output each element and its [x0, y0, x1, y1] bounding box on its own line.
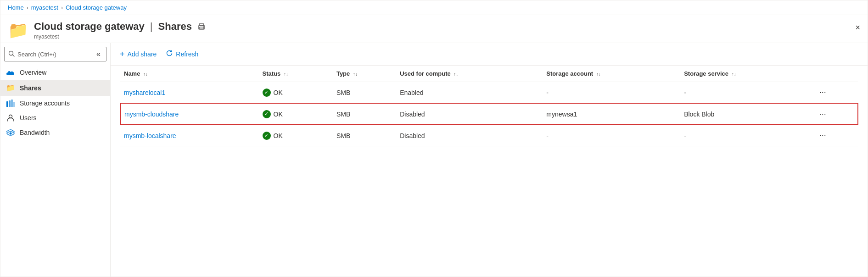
search-box[interactable]: Search (Ctrl+/) « [4, 47, 106, 61]
header-title-text: Cloud storage gateway [34, 21, 145, 33]
cell-storage-account: mynewsa1 [543, 103, 680, 125]
cell-more[interactable]: ··· [813, 125, 858, 146]
col-storage-service[interactable]: Storage service ↑↓ [680, 66, 813, 82]
cell-type: SMB [333, 125, 396, 146]
header-title-block: Cloud storage gateway | Shares myasetest [34, 21, 206, 40]
cell-type: SMB [333, 82, 396, 104]
sidebar-label-bandwidth: Bandwidth [20, 129, 50, 136]
sort-icon-name: ↑↓ [143, 72, 148, 77]
storage-icon [6, 100, 15, 107]
shares-table: Name ↑↓ Status ↑↓ Type ↑↓ [120, 66, 858, 146]
refresh-label: Refresh [176, 50, 198, 58]
svg-point-3 [203, 26, 204, 27]
col-type[interactable]: Type ↑↓ [333, 66, 396, 82]
add-share-button[interactable]: + Add share [120, 48, 157, 60]
cell-status: ✓ OK [259, 103, 333, 125]
close-button[interactable]: × [855, 23, 860, 32]
more-button[interactable]: ··· [817, 108, 829, 120]
sort-icon-type: ↑↓ [353, 72, 358, 77]
cell-storage-account: - [543, 82, 680, 104]
sidebar-item-storage-accounts[interactable]: Storage accounts [0, 96, 110, 111]
svg-rect-7 [9, 100, 11, 107]
folder-nav-icon: 📁 [6, 83, 15, 92]
sort-icon-storage-account: ↑↓ [596, 72, 601, 77]
col-status[interactable]: Status ↑↓ [259, 66, 333, 82]
cell-storage-account: - [543, 125, 680, 146]
col-name[interactable]: Name ↑↓ [120, 66, 259, 82]
sort-icon-compute: ↑↓ [454, 72, 458, 77]
col-used-for-compute[interactable]: Used for compute ↑↓ [396, 66, 543, 82]
users-icon [6, 114, 15, 122]
header-separator: | [150, 21, 153, 33]
cell-more[interactable]: ··· [813, 82, 858, 104]
main-layout: Search (Ctrl+/) « Overview 📁 Shares [0, 43, 868, 277]
breadcrumb-sep2: › [61, 5, 63, 11]
svg-rect-6 [6, 101, 8, 107]
col-actions [813, 66, 858, 82]
folder-icon: 📁 [8, 22, 28, 39]
col-storage-account[interactable]: Storage account ↑↓ [543, 66, 680, 82]
page-header: 📁 Cloud storage gateway | Shares myasete… [0, 15, 868, 43]
sidebar-label-storage-accounts: Storage accounts [20, 100, 70, 107]
table-row[interactable]: mysmb-localshare ✓ OK SMB Disabled - - ·… [120, 125, 858, 146]
svg-rect-9 [13, 102, 15, 107]
collapse-button[interactable]: « [95, 49, 102, 59]
cell-status: ✓ OK [259, 82, 333, 104]
search-icon [8, 50, 15, 58]
breadcrumb: Home › myasetest › Cloud storage gateway [0, 0, 868, 15]
svg-point-11 [10, 133, 12, 135]
breadcrumb-home[interactable]: Home [8, 4, 24, 11]
header-section: Shares [158, 21, 192, 33]
cell-type: SMB [333, 103, 396, 125]
cloud-icon [6, 69, 15, 76]
cell-storage-service: Block Blob [680, 103, 813, 125]
sidebar-item-bandwidth[interactable]: Bandwidth [0, 125, 110, 140]
cell-used-for-compute: Enabled [396, 82, 543, 104]
status-text: OK [274, 132, 283, 139]
sidebar-label-shares: Shares [20, 84, 41, 92]
header-subtitle: myasetest [34, 33, 206, 40]
more-button[interactable]: ··· [817, 130, 829, 141]
sort-icon-status: ↑↓ [284, 72, 288, 77]
check-icon: ✓ [263, 110, 271, 118]
more-button[interactable]: ··· [817, 87, 829, 98]
search-input[interactable]: Search (Ctrl+/) [17, 51, 92, 58]
check-icon: ✓ [263, 132, 271, 140]
breadcrumb-current[interactable]: Cloud storage gateway [66, 4, 127, 11]
breadcrumb-myasetest[interactable]: myasetest [31, 4, 58, 11]
add-share-label: Add share [128, 50, 157, 58]
cell-name: mysmb-cloudshare [120, 103, 259, 125]
sidebar-label-users: Users [20, 114, 37, 122]
add-icon: + [120, 50, 125, 58]
cell-name: mysmb-localshare [120, 125, 259, 146]
bandwidth-icon [6, 129, 15, 136]
print-icon[interactable] [197, 22, 206, 31]
toolbar: + Add share Refresh [111, 43, 868, 66]
refresh-button[interactable]: Refresh [166, 48, 198, 61]
status-text: OK [274, 111, 283, 118]
table-row[interactable]: mysharelocal1 ✓ OK SMB Enabled - - ··· [120, 82, 858, 104]
svg-line-5 [13, 55, 15, 56]
cell-storage-service: - [680, 125, 813, 146]
table-row[interactable]: mysmb-cloudshare ✓ OK SMB Disabled mynew… [120, 103, 858, 125]
sidebar-item-shares[interactable]: 📁 Shares [0, 80, 110, 96]
sidebar: Search (Ctrl+/) « Overview 📁 Shares [0, 43, 111, 277]
cell-more[interactable]: ··· [813, 103, 858, 125]
header-title: Cloud storage gateway | Shares [34, 21, 206, 33]
table-container: Name ↑↓ Status ↑↓ Type ↑↓ [111, 66, 868, 277]
sidebar-label-overview: Overview [20, 69, 46, 76]
content-area: + Add share Refresh [111, 43, 868, 277]
svg-rect-2 [200, 27, 203, 29]
cell-status: ✓ OK [259, 125, 333, 146]
table-header-row: Name ↑↓ Status ↑↓ Type ↑↓ [120, 66, 858, 82]
cell-used-for-compute: Disabled [396, 125, 543, 146]
page-container: Home › myasetest › Cloud storage gateway… [0, 0, 868, 277]
sidebar-item-users[interactable]: Users [0, 111, 110, 125]
cell-used-for-compute: Disabled [396, 103, 543, 125]
refresh-icon [166, 50, 173, 59]
sidebar-item-overview[interactable]: Overview [0, 65, 110, 80]
check-icon: ✓ [263, 89, 271, 97]
sort-icon-storage-service: ↑↓ [732, 72, 736, 77]
cell-name: mysharelocal1 [120, 82, 259, 104]
svg-rect-8 [11, 100, 13, 107]
